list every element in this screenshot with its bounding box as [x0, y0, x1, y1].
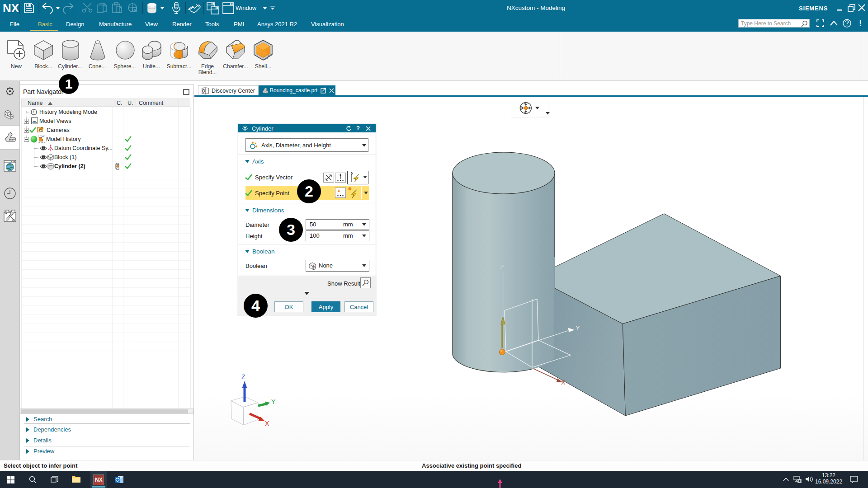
svg-text:Z: Z	[241, 373, 245, 380]
svg-text:Z: Z	[500, 263, 504, 271]
svg-text:Y: Y	[271, 398, 276, 405]
svg-text:X: X	[265, 420, 269, 427]
svg-text:X: X	[561, 379, 566, 386]
svg-text:Y: Y	[576, 324, 580, 332]
